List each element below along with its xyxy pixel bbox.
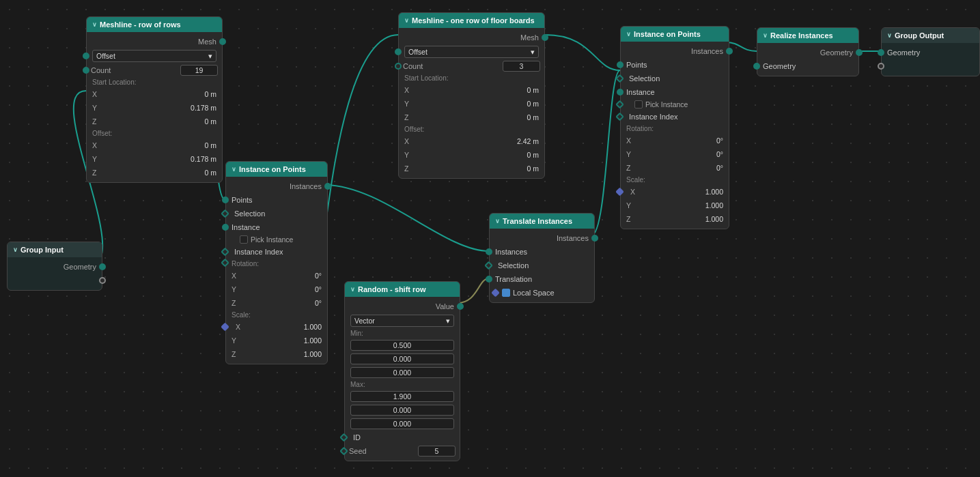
rx-val: 0° bbox=[315, 272, 322, 280]
oz-label: Z bbox=[92, 169, 204, 177]
instance-label: Instance bbox=[626, 88, 655, 96]
rz-val: 0° bbox=[315, 299, 322, 307]
id-socket bbox=[339, 433, 348, 442]
iop2-header: ∨ Instance on Points bbox=[621, 27, 729, 42]
points-socket bbox=[617, 61, 624, 68]
chevron-icon: ∨ bbox=[626, 31, 631, 38]
max-z-val[interactable]: 0.000 bbox=[350, 418, 454, 429]
scy-val: 1.000 bbox=[304, 336, 322, 345]
sx-val: 0 m bbox=[527, 86, 539, 94]
max-y-val[interactable]: 0.000 bbox=[350, 405, 454, 416]
mode-dropdown[interactable]: Offset ▾ bbox=[404, 46, 539, 58]
trans-socket bbox=[486, 276, 492, 283]
oy-row: Y 0 m bbox=[399, 148, 544, 162]
instances-out-row: Instances bbox=[226, 179, 327, 193]
instances-socket-out bbox=[324, 183, 331, 190]
scy-label: Y bbox=[626, 201, 705, 209]
iop2-title: Instance on Points bbox=[634, 30, 701, 38]
mode-dropdown[interactable]: Offset ▾ bbox=[92, 50, 216, 62]
geometry-label: Geometry bbox=[64, 263, 96, 271]
chevron-icon: ∨ bbox=[92, 21, 97, 28]
translate-header: ∨ Translate Instances bbox=[490, 214, 594, 229]
rx-label: X bbox=[232, 272, 315, 280]
chevron-icon: ∨ bbox=[232, 166, 236, 173]
chevron-icon: ∨ bbox=[350, 286, 355, 293]
scx-val: 1.000 bbox=[705, 188, 723, 196]
pick-checkbox[interactable] bbox=[240, 235, 248, 244]
min-y-val[interactable]: 0.000 bbox=[350, 353, 454, 364]
sx-label: X bbox=[92, 90, 204, 98]
instance-index-row: Instance Index bbox=[621, 110, 729, 124]
random-title: Random - shift row bbox=[358, 285, 426, 293]
ry-val: 0° bbox=[716, 150, 723, 158]
count-row: Count 3 bbox=[399, 59, 544, 73]
selection-socket bbox=[221, 209, 229, 218]
sel-label: Selection bbox=[495, 261, 529, 270]
value-out-row: Value bbox=[345, 300, 460, 313]
instances-socket-in bbox=[486, 248, 492, 255]
random-shift-node: ∨ Random - shift row Value Vector ▾ Min:… bbox=[344, 281, 460, 461]
rx-val: 0° bbox=[716, 136, 723, 145]
instance-on-points-1-node: ∨ Instance on Points Instances Points Se… bbox=[225, 161, 328, 364]
value-socket-out bbox=[457, 303, 464, 310]
seed-value[interactable]: 5 bbox=[418, 446, 456, 457]
count-value[interactable]: 3 bbox=[503, 61, 540, 72]
ox-row: X 2.42 m bbox=[399, 134, 544, 148]
extra-socket bbox=[878, 63, 884, 70]
geometry-output-row: Geometry bbox=[8, 260, 102, 274]
mesh-socket-out bbox=[542, 34, 548, 41]
oy-label: Y bbox=[92, 155, 191, 163]
meshline-rows-node: ∨ Meshline - row of rows Mesh Offset ▾ C… bbox=[86, 16, 223, 183]
group-input-node: ∨ Group Input Geometry bbox=[7, 242, 102, 291]
scale-section: Scale: bbox=[621, 175, 729, 185]
scy-label: Y bbox=[232, 336, 304, 345]
chevron-icon: ∨ bbox=[13, 246, 18, 253]
count-socket-left bbox=[83, 67, 89, 74]
ox-val: 0 m bbox=[204, 141, 216, 149]
local-space-row: Local Space bbox=[490, 286, 594, 300]
min-x-val[interactable]: 0.500 bbox=[350, 340, 454, 351]
sz-val: 0 m bbox=[527, 113, 539, 121]
instance-row: Instance bbox=[226, 220, 327, 234]
max-x-val[interactable]: 1.900 bbox=[350, 391, 454, 402]
iindex-socket bbox=[221, 248, 229, 257]
min-z-val[interactable]: 0.000 bbox=[350, 367, 454, 378]
chevron-icon: ∨ bbox=[763, 32, 768, 39]
selection-socket bbox=[615, 74, 624, 83]
local-checkbox[interactable] bbox=[502, 289, 510, 297]
instances-out-label: Instances bbox=[557, 234, 589, 242]
count-value[interactable]: 19 bbox=[180, 65, 218, 76]
selection-label: Selection bbox=[232, 209, 265, 218]
translate-title: Translate Instances bbox=[503, 217, 572, 225]
instances-socket-out bbox=[726, 48, 733, 55]
min-label: Min: bbox=[345, 328, 460, 338]
sy-val: 0 m bbox=[527, 100, 539, 108]
mode-row: Offset ▾ bbox=[399, 44, 544, 59]
iop1-header: ∨ Instance on Points bbox=[226, 162, 327, 177]
local-label: Local Space bbox=[513, 289, 555, 297]
rx-row: X 0° bbox=[621, 134, 729, 147]
count-row: Count 19 bbox=[87, 63, 222, 77]
rz-label: Z bbox=[626, 164, 716, 172]
points-row: Points bbox=[621, 58, 729, 72]
meshline-rows-header: ∨ Meshline - row of rows bbox=[87, 17, 222, 32]
oy-label: Y bbox=[404, 151, 527, 159]
group-input-header: ∨ Group Input bbox=[8, 242, 102, 257]
oz-val: 0 m bbox=[204, 169, 216, 177]
value-out-label: Value bbox=[436, 302, 454, 310]
chevron-icon: ∨ bbox=[404, 17, 409, 24]
rz-row: Z 0° bbox=[226, 296, 327, 310]
pick-label: Pick Instance bbox=[251, 235, 293, 244]
instances-out-label: Instances bbox=[691, 47, 723, 55]
ox-label: X bbox=[92, 141, 204, 149]
sx-row: X 0 m bbox=[399, 83, 544, 97]
rotation-section: Rotation: bbox=[621, 124, 729, 134]
instances-out-row: Instances bbox=[490, 231, 594, 245]
rotation-section: Rotation: bbox=[226, 259, 327, 269]
mode-dropdown[interactable]: Vector ▾ bbox=[350, 315, 454, 327]
pick-socket bbox=[615, 100, 624, 109]
seed-row: Seed 5 bbox=[345, 444, 460, 458]
extra-socket bbox=[99, 277, 106, 284]
pick-checkbox[interactable] bbox=[634, 100, 643, 109]
rz-row: Z 0° bbox=[621, 161, 729, 175]
